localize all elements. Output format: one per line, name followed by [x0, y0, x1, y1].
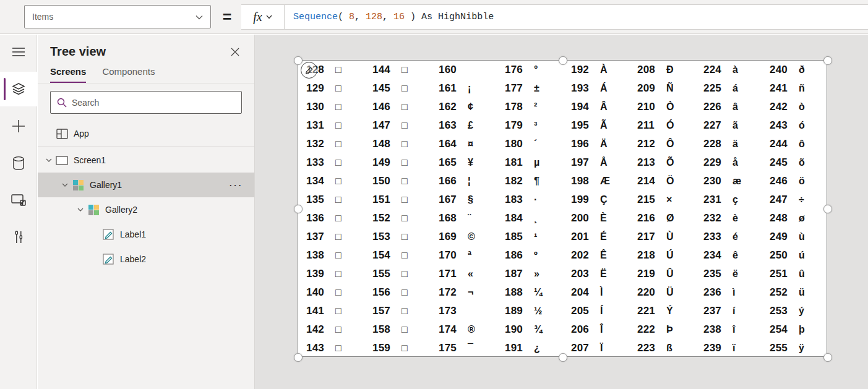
charmap-cell[interactable]: 247 ÷: [762, 190, 828, 209]
charmap-cell[interactable]: 134 □: [298, 172, 364, 190]
charmap-cell[interactable]: 161 ¡: [431, 79, 497, 98]
charmap-cell[interactable]: 212 Ô: [629, 135, 695, 153]
charmap-cell[interactable]: 174 ®: [431, 320, 497, 339]
charmap-cell[interactable]: 144 □: [364, 61, 431, 79]
charmap-cell[interactable]: 151 □: [364, 190, 431, 209]
charmap-cell[interactable]: 167 §: [431, 190, 497, 209]
charmap-cell[interactable]: 135 □: [298, 190, 364, 209]
charmap-cell[interactable]: 150 □: [364, 172, 431, 190]
selection-handle-bottom-left[interactable]: [294, 353, 303, 362]
charmap-cell[interactable]: 217 Ù: [629, 228, 695, 246]
charmap-cell[interactable]: 179 ³: [497, 116, 563, 135]
charmap-cell[interactable]: 255 ÿ: [762, 339, 828, 357]
selection-handle-middle-right[interactable]: [823, 205, 832, 213]
charmap-cell[interactable]: 249 ù: [762, 228, 828, 246]
charmap-cell[interactable]: 205 Í: [563, 302, 629, 320]
charmap-cell[interactable]: 129 □: [298, 79, 364, 98]
chevron-down-icon[interactable]: [59, 183, 71, 187]
hamburger-menu-button[interactable]: [0, 35, 37, 69]
fx-button[interactable]: fx: [241, 5, 285, 29]
edit-gallery-item-button[interactable]: [301, 62, 317, 79]
charmap-cell[interactable]: 244 ô: [762, 135, 828, 153]
charmap-cell[interactable]: 253 ý: [762, 302, 828, 320]
charmap-cell[interactable]: 143 □: [298, 339, 364, 357]
charmap-cell[interactable]: 206 Î: [563, 320, 629, 339]
charmap-cell[interactable]: 222 Þ: [629, 320, 695, 339]
data-button[interactable]: [0, 146, 37, 181]
charmap-cell[interactable]: 251 û: [762, 265, 828, 283]
charmap-cell[interactable]: 230 æ: [695, 172, 762, 190]
charmap-cell[interactable]: 171 «: [431, 265, 497, 283]
charmap-cell[interactable]: 149 □: [364, 153, 431, 172]
charmap-cell[interactable]: 228 ä: [695, 135, 762, 153]
tree-item-gallery1[interactable]: Gallery1 ···: [38, 173, 254, 197]
charmap-cell[interactable]: 183 ·: [497, 190, 563, 209]
charmap-cell[interactable]: 187 »: [497, 265, 563, 283]
tree-item-gallery2[interactable]: Gallery2: [38, 197, 254, 222]
charmap-cell[interactable]: 224 à: [695, 61, 762, 79]
charmap-cell[interactable]: 231 ç: [695, 190, 762, 209]
charmap-cell[interactable]: 189 ½: [497, 302, 563, 320]
advanced-tools-button[interactable]: [0, 220, 37, 255]
gallery1-control[interactable]: 128 □ 129 □ 130 □ 131 □ 132 □ 133 □ 134 …: [298, 60, 827, 357]
charmap-cell[interactable]: 203 Ë: [563, 265, 629, 283]
charmap-cell[interactable]: 236 ì: [695, 283, 762, 302]
charmap-cell[interactable]: 160: [431, 61, 497, 79]
charmap-cell[interactable]: 185 ¹: [497, 228, 563, 246]
charmap-cell[interactable]: 207 Ï: [563, 339, 629, 357]
selection-handle-top-left[interactable]: [294, 56, 303, 65]
charmap-cell[interactable]: 164 ¤: [431, 135, 497, 153]
charmap-cell[interactable]: 157 □: [364, 302, 431, 320]
charmap-cell[interactable]: 245 õ: [762, 153, 828, 172]
close-panel-button[interactable]: [228, 45, 242, 59]
charmap-cell[interactable]: 198 Æ: [563, 172, 629, 190]
charmap-cell[interactable]: 132 □: [298, 135, 364, 153]
charmap-cell[interactable]: 141 □: [298, 302, 364, 320]
charmap-cell[interactable]: 170 ª: [431, 246, 497, 265]
charmap-cell[interactable]: 209 Ñ: [629, 79, 695, 98]
charmap-cell[interactable]: 225 á: [695, 79, 762, 98]
charmap-cell[interactable]: 139 □: [298, 265, 364, 283]
charmap-cell[interactable]: 191 ¿: [497, 339, 563, 357]
tree-item-label2[interactable]: Label2: [38, 247, 254, 271]
charmap-cell[interactable]: 238 î: [695, 320, 762, 339]
tab-screens[interactable]: Screens: [50, 66, 86, 83]
charmap-cell[interactable]: 155 □: [364, 265, 431, 283]
charmap-cell[interactable]: 208 Ð: [629, 61, 695, 79]
charmap-cell[interactable]: 182 ¶: [497, 172, 563, 190]
charmap-cell[interactable]: 181 µ: [497, 153, 563, 172]
charmap-cell[interactable]: 233 é: [695, 228, 762, 246]
charmap-cell[interactable]: 148 □: [364, 135, 431, 153]
charmap-cell[interactable]: 196 Ä: [563, 135, 629, 153]
charmap-cell[interactable]: 165 ¥: [431, 153, 497, 172]
charmap-cell[interactable]: 221 Ý: [629, 302, 695, 320]
charmap-cell[interactable]: 254 þ: [762, 320, 828, 339]
charmap-cell[interactable]: 145 □: [364, 79, 431, 98]
charmap-cell[interactable]: 226 â: [695, 98, 762, 116]
charmap-cell[interactable]: 168 ¨: [431, 209, 497, 228]
more-options-button[interactable]: ···: [230, 181, 243, 190]
charmap-cell[interactable]: 235 ë: [695, 265, 762, 283]
tree-item-app[interactable]: App: [38, 122, 254, 145]
tree-item-screen1[interactable]: Screen1: [38, 148, 254, 173]
charmap-cell[interactable]: 186 º: [497, 246, 563, 265]
tree-view-button[interactable]: [0, 72, 37, 106]
selection-handle-top-middle[interactable]: [559, 56, 567, 65]
charmap-cell[interactable]: 136 □: [298, 209, 364, 228]
charmap-cell[interactable]: 180 ´: [497, 135, 563, 153]
charmap-cell[interactable]: 166 ¦: [431, 172, 497, 190]
charmap-cell[interactable]: 210 Ò: [629, 98, 695, 116]
property-selector[interactable]: Items: [24, 5, 211, 28]
charmap-cell[interactable]: 202 Ê: [563, 246, 629, 265]
charmap-cell[interactable]: 218 Ú: [629, 246, 695, 265]
charmap-cell[interactable]: 153 □: [364, 228, 431, 246]
charmap-cell[interactable]: 201 É: [563, 228, 629, 246]
selection-handle-top-right[interactable]: [823, 56, 832, 65]
charmap-cell[interactable]: 246 ö: [762, 172, 828, 190]
selection-handle-bottom-middle[interactable]: [559, 353, 567, 362]
charmap-cell[interactable]: 239 ï: [695, 339, 762, 357]
charmap-cell[interactable]: 172 ¬: [431, 283, 497, 302]
charmap-cell[interactable]: 243 ó: [762, 116, 828, 135]
search-input[interactable]: [72, 98, 235, 108]
charmap-cell[interactable]: 248 ø: [762, 209, 828, 228]
